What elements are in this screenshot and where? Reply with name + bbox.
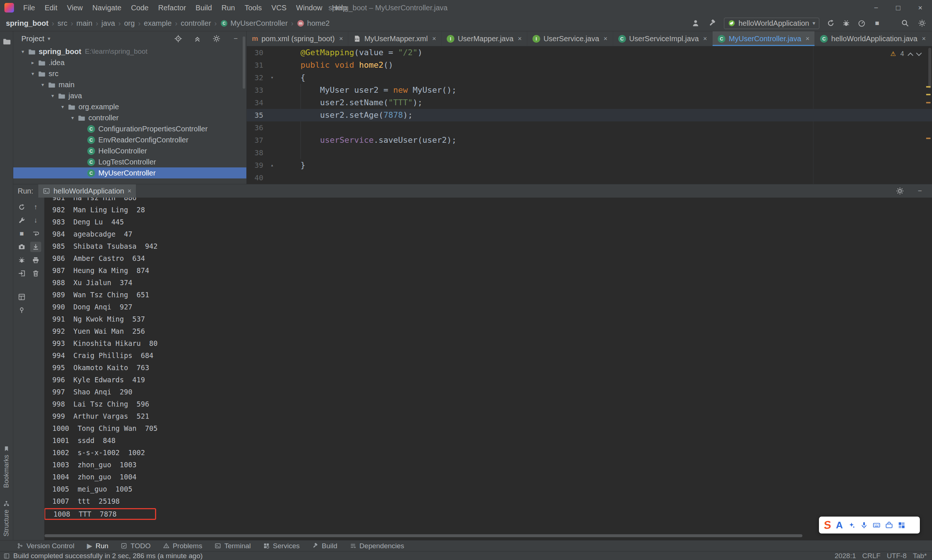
tree-row-envreaderconfigcontroller[interactable]: CEnvReaderConfigController <box>13 134 246 145</box>
warning-stripe-mark[interactable] <box>926 102 930 103</box>
close-icon[interactable]: × <box>339 35 343 43</box>
menu-item-tools[interactable]: Tools <box>240 0 267 15</box>
menu-item-refactor[interactable]: Refactor <box>153 0 191 15</box>
editor-tab[interactable]: ChelloWorldApplication.java× <box>815 31 931 46</box>
tree-expanded-icon[interactable]: ▾ <box>48 93 57 98</box>
rerun-icon[interactable] <box>16 202 27 212</box>
up-arrow-icon[interactable]: ↑ <box>30 202 41 212</box>
users-icon[interactable] <box>690 18 701 29</box>
tool-window-button-bookmarks[interactable]: Bookmarks <box>3 446 10 488</box>
editor-tab[interactable]: mpom.xml (spring_boot)× <box>247 31 348 46</box>
scroll-end-icon[interactable] <box>30 242 41 252</box>
wrench-icon[interactable] <box>16 215 27 226</box>
code-line[interactable]: 32▾ { <box>247 71 932 84</box>
editor[interactable]: 30 @GetMapping(value = "/2")31 public vo… <box>247 46 932 184</box>
next-problem-icon[interactable] <box>916 50 922 56</box>
menu-item-run[interactable]: Run <box>217 0 240 15</box>
debug-rerun-icon[interactable] <box>16 255 27 265</box>
line-number[interactable]: 36 <box>247 122 263 134</box>
run-console-tab[interactable]: helloWorldApplication × <box>38 184 136 198</box>
line-number[interactable]: 35 <box>247 109 263 122</box>
down-arrow-icon[interactable]: ↓ <box>30 215 41 226</box>
close-icon[interactable]: × <box>922 35 926 43</box>
breadcrumb-item[interactable]: controller <box>181 19 211 28</box>
tree-expanded-icon[interactable]: ▾ <box>68 115 77 121</box>
project-scrollbar[interactable] <box>243 37 245 89</box>
status-widget[interactable]: 2028:1 <box>835 552 856 560</box>
gear-icon[interactable] <box>895 185 906 197</box>
minimize-icon[interactable]: − <box>865 0 887 15</box>
tree-row-controller[interactable]: ▾controller <box>13 112 246 123</box>
tree-row-main[interactable]: ▾main <box>13 79 246 90</box>
mic-icon[interactable] <box>860 522 868 529</box>
tool-button-services[interactable]: Services <box>263 542 300 550</box>
gear-icon[interactable] <box>917 18 927 29</box>
breadcrumb-item[interactable]: org <box>124 19 135 28</box>
tool-button-build[interactable]: Build <box>312 542 337 550</box>
tree-row-myusercontroller[interactable]: CMyUserController <box>13 168 246 178</box>
status-widget[interactable]: Tab* <box>913 552 927 560</box>
fold-up-icon[interactable]: ▴ <box>263 159 281 171</box>
rerun-icon[interactable] <box>825 18 836 29</box>
fold-down-icon[interactable]: ▾ <box>263 71 281 84</box>
search-icon[interactable] <box>900 18 910 29</box>
tool-button-version-control[interactable]: Version Control <box>17 542 74 550</box>
profiler-icon[interactable] <box>856 18 867 29</box>
project-icon[interactable] <box>1 36 12 47</box>
chevron-down-icon[interactable]: ▾ <box>48 35 51 42</box>
pin-icon[interactable] <box>16 305 27 315</box>
layout-icon[interactable] <box>16 292 27 302</box>
locate-icon[interactable] <box>173 33 184 44</box>
editor-tab[interactable]: IUserService.java× <box>527 31 613 46</box>
code-line[interactable]: 35 user2.setAge(7878); <box>247 109 932 122</box>
editor-tab[interactable]: IUserMapper.java× <box>441 31 527 46</box>
hide-icon[interactable]: − <box>914 185 925 197</box>
stop-icon[interactable]: ■ <box>16 228 27 239</box>
close-icon[interactable]: × <box>603 35 608 43</box>
breadcrumb-item[interactable]: main <box>77 19 93 28</box>
clear-icon[interactable] <box>30 268 41 278</box>
code-line[interactable]: 33 MyUser user2 = new MyUser(); <box>247 84 932 96</box>
tree-row--idea[interactable]: ▸.idea <box>13 57 246 68</box>
status-widget[interactable]: CRLF <box>863 552 881 560</box>
editor-scrollbar[interactable] <box>928 48 931 88</box>
run-console[interactable]: 981 Ha Tsz Hin 886982 Man Ling Ling 2898… <box>45 198 932 540</box>
exit-icon[interactable] <box>16 268 27 278</box>
line-number[interactable]: 40 <box>247 171 263 184</box>
sogou-logo[interactable]: S <box>823 518 832 532</box>
keyboard-icon[interactable] <box>873 522 880 529</box>
stop-icon[interactable]: ■ <box>872 18 883 29</box>
code-line[interactable]: 37 userService.saveUser(user2); <box>247 134 932 146</box>
code-line[interactable]: 40 <box>247 171 932 184</box>
menu-item-build[interactable]: Build <box>191 0 216 15</box>
menu-item-window[interactable]: Window <box>291 0 327 15</box>
breadcrumb-item[interactable]: src <box>57 19 67 28</box>
console-horizontal-scrollbar[interactable] <box>45 534 802 537</box>
tool-button-terminal[interactable]: Terminal <box>214 542 251 550</box>
ime-language-toggle[interactable]: A <box>836 520 843 531</box>
collapse-all-icon[interactable] <box>192 33 203 44</box>
tool-button-dependencies[interactable]: Dependencies <box>350 542 404 550</box>
maximize-icon[interactable]: □ <box>887 0 909 15</box>
menu-item-view[interactable]: View <box>62 0 88 15</box>
menu-item-vcs[interactable]: VCS <box>267 0 291 15</box>
inspection-widget[interactable]: ⚠ 4 <box>890 50 921 58</box>
editor-tab[interactable]: MyUserMapper.xml× <box>348 31 441 46</box>
softwrap-icon[interactable] <box>30 228 41 239</box>
tool-button-todo[interactable]: TODO <box>121 542 151 550</box>
tree-row-logtestcontroller[interactable]: CLogTestController <box>13 156 246 168</box>
close-icon[interactable]: × <box>703 35 707 43</box>
code-line[interactable]: 36 <box>247 122 932 134</box>
code-line[interactable]: 34 user2.setName("TTT"); <box>247 96 932 109</box>
tree-expanded-icon[interactable]: ▾ <box>19 49 27 54</box>
code-line[interactable]: 38 <box>247 146 932 159</box>
status-widget[interactable]: UTF-8 <box>887 552 907 560</box>
camera-icon[interactable] <box>16 242 27 252</box>
tool-window-button-structure[interactable]: Structure <box>3 500 10 537</box>
grid-icon[interactable] <box>898 522 906 529</box>
line-number[interactable]: 33 <box>247 84 263 96</box>
close-icon[interactable]: × <box>432 35 437 43</box>
tree-row-spring-boot[interactable]: ▾spring_bootE:\learn\spring_boot <box>13 46 246 57</box>
breadcrumb-item[interactable]: mhome2 <box>297 19 330 28</box>
tree-row-configurationpropertiescontroller[interactable]: CConfigurationPropertiesController <box>13 123 246 134</box>
